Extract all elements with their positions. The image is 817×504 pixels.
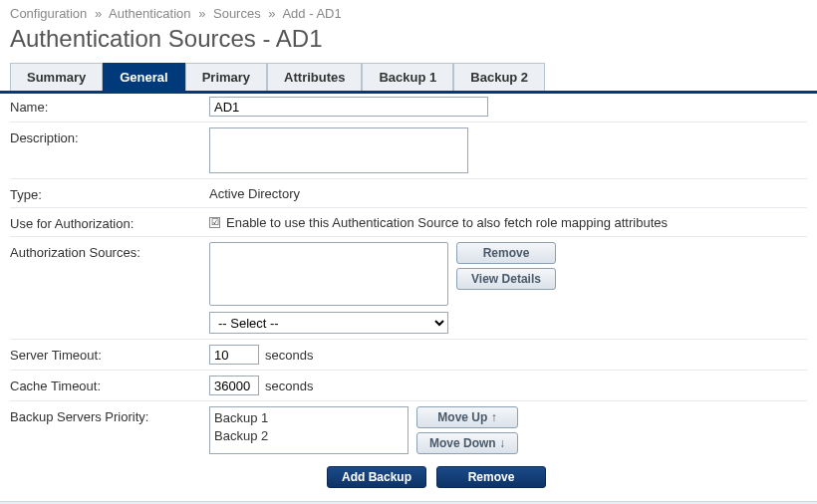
server-timeout-unit: seconds bbox=[265, 348, 313, 363]
server-timeout-input[interactable] bbox=[209, 345, 259, 365]
tab-attributes[interactable]: Attributes bbox=[267, 63, 362, 91]
label-use-for-authorization: Use for Authorization: bbox=[10, 213, 209, 231]
backup-item-2[interactable]: Backup 2 bbox=[214, 427, 404, 445]
remove-backup-button[interactable]: Remove bbox=[436, 466, 546, 488]
label-type: Type: bbox=[10, 184, 209, 202]
tab-backup2[interactable]: Backup 2 bbox=[453, 63, 545, 91]
move-down-button[interactable]: Move Down ↓ bbox=[416, 432, 518, 454]
label-cache-timeout: Cache Timeout: bbox=[10, 376, 209, 393]
authorization-sources-list[interactable] bbox=[209, 242, 448, 306]
label-name: Name: bbox=[10, 97, 209, 115]
remove-button[interactable]: Remove bbox=[456, 242, 556, 264]
view-details-button[interactable]: View Details bbox=[456, 268, 556, 290]
crumb-sep: » bbox=[268, 6, 275, 21]
authorization-sources-select[interactable]: -- Select -- bbox=[209, 312, 448, 334]
crumb-authentication[interactable]: Authentication bbox=[109, 6, 190, 21]
label-server-timeout: Server Timeout: bbox=[10, 345, 209, 363]
add-backup-button[interactable]: Add Backup bbox=[327, 466, 426, 488]
label-backup-priority: Backup Servers Priority: bbox=[10, 406, 209, 424]
crumb-sep: » bbox=[198, 6, 205, 21]
crumb-configuration[interactable]: Configuration bbox=[10, 6, 87, 21]
type-value: Active Directory bbox=[209, 184, 300, 201]
breadcrumb: Configuration » Authentication » Sources… bbox=[0, 0, 817, 23]
label-description: Description: bbox=[10, 127, 209, 145]
crumb-sources[interactable]: Sources bbox=[213, 6, 261, 21]
move-up-button[interactable]: Move Up ↑ bbox=[416, 406, 518, 428]
use-for-authorization-text: Enable to use this Authentication Source… bbox=[226, 215, 668, 230]
crumb-sep: » bbox=[95, 6, 102, 21]
backup-item-1[interactable]: Backup 1 bbox=[214, 409, 404, 427]
tab-bar: Summary General Primary Attributes Backu… bbox=[0, 63, 817, 94]
use-for-authorization-checkbox[interactable]: ☑ bbox=[209, 217, 220, 228]
form-general: Name: Description: Type: Active Director… bbox=[0, 94, 817, 493]
name-input[interactable] bbox=[209, 97, 488, 117]
cache-timeout-unit: seconds bbox=[265, 378, 313, 393]
label-authorization-sources: Authorization Sources: bbox=[10, 242, 209, 260]
crumb-current: Add - AD1 bbox=[282, 6, 341, 21]
tab-general[interactable]: General bbox=[103, 63, 184, 91]
tab-summary[interactable]: Summary bbox=[10, 63, 103, 91]
tab-backup1[interactable]: Backup 1 bbox=[362, 63, 453, 91]
description-input[interactable] bbox=[209, 127, 468, 173]
cache-timeout-input[interactable] bbox=[209, 376, 259, 395]
backup-servers-list[interactable]: Backup 1 Backup 2 bbox=[209, 406, 408, 454]
tab-primary[interactable]: Primary bbox=[185, 63, 267, 91]
page-title: Authentication Sources - AD1 bbox=[0, 23, 817, 63]
